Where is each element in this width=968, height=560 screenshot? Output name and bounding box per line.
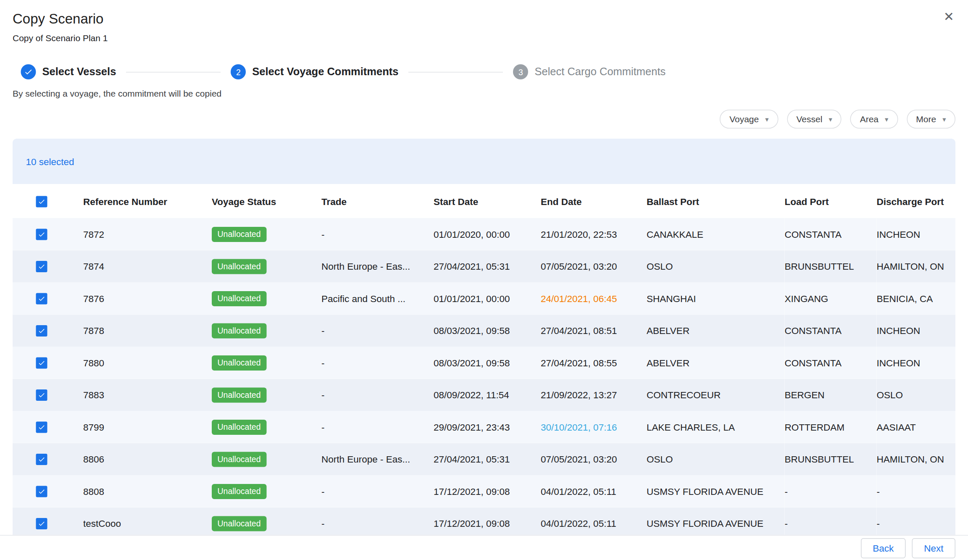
row-checkbox[interactable] xyxy=(36,325,47,337)
cell-load-port: BRUNSBUTTEL xyxy=(785,443,877,476)
cell-reference-number: 7876 xyxy=(83,282,212,315)
status-badge: Unallocated xyxy=(212,291,266,306)
filter-label: Voyage xyxy=(729,114,759,124)
table-row[interactable]: 7876 Unallocated Pacific and South ... 0… xyxy=(13,282,955,315)
copy-scenario-dialog: ✕ Copy Scenario Copy of Scenario Plan 1 … xyxy=(0,0,968,560)
row-checkbox[interactable] xyxy=(36,518,47,529)
cell-reference-number: 8799 xyxy=(83,411,212,443)
step-label: Select Voyage Commitments xyxy=(252,66,398,78)
cell-ballast-port: LAKE CHARLES, LA xyxy=(647,411,785,443)
step-label: Select Cargo Commitments xyxy=(534,66,666,78)
table-row[interactable]: 8799 Unallocated - 29/09/2021, 23:43 30/… xyxy=(13,411,955,443)
step-select-vessels[interactable]: Select Vessels xyxy=(21,64,116,79)
cell-voyage-status: Unallocated xyxy=(212,443,321,476)
filter-voyage[interactable]: Voyage ▾ xyxy=(720,110,778,129)
row-checkbox[interactable] xyxy=(36,358,47,369)
cell-reference-number: 7880 xyxy=(83,347,212,379)
cell-voyage-status: Unallocated xyxy=(212,347,321,379)
cell-start-date: 08/03/2021, 09:58 xyxy=(434,315,541,347)
table-row[interactable]: 7878 Unallocated - 08/03/2021, 09:58 27/… xyxy=(13,315,955,347)
cell-discharge-port: HAMILTON, ON xyxy=(877,443,956,476)
filter-bar: Voyage ▾ Vessel ▾ Area ▾ More ▾ xyxy=(13,110,955,129)
cell-reference-number: 7883 xyxy=(83,379,212,411)
cell-reference-number: 7872 xyxy=(83,218,212,250)
cell-reference-number: 8808 xyxy=(83,475,212,507)
table-row[interactable]: 8808 Unallocated - 17/12/2021, 09:08 04/… xyxy=(13,475,955,507)
cell-start-date: 08/09/2022, 11:54 xyxy=(434,379,541,411)
cell-start-date: 27/04/2021, 05:31 xyxy=(434,443,541,476)
row-checkbox[interactable] xyxy=(36,389,47,401)
column-header-discharge-port: Discharge Port xyxy=(877,184,956,218)
close-icon[interactable]: ✕ xyxy=(944,10,954,23)
cell-ballast-port: SHANGHAI xyxy=(647,282,785,315)
cell-load-port: - xyxy=(785,475,877,507)
row-checkbox[interactable] xyxy=(36,422,47,433)
chevron-down-icon: ▾ xyxy=(829,116,832,123)
cell-ballast-port: ABELVER xyxy=(647,347,785,379)
cell-discharge-port: AASIAAT xyxy=(877,411,956,443)
back-button[interactable]: Back xyxy=(861,538,906,558)
table-row[interactable]: 7880 Unallocated - 08/03/2021, 09:58 27/… xyxy=(13,347,955,379)
column-header-trade: Trade xyxy=(321,184,434,218)
filter-vessel[interactable]: Vessel ▾ xyxy=(787,110,842,129)
column-header-end-date: End Date xyxy=(541,184,647,218)
cell-load-port: CONSTANTA xyxy=(785,315,877,347)
table-row[interactable]: 7883 Unallocated - 08/09/2022, 11:54 21/… xyxy=(13,379,955,411)
cell-end-date: 07/05/2021, 03:20 xyxy=(541,443,647,476)
select-all-checkbox[interactable] xyxy=(36,196,47,207)
row-checkbox[interactable] xyxy=(36,261,47,272)
table-row[interactable]: 7872 Unallocated - 01/01/2020, 00:00 21/… xyxy=(13,218,955,250)
table-row[interactable]: 7874 Unallocated North Europe - Eas... 2… xyxy=(13,250,955,283)
cell-discharge-port: OSLO xyxy=(877,379,956,411)
next-button[interactable]: Next xyxy=(912,538,955,558)
cell-ballast-port: ABELVER xyxy=(647,315,785,347)
row-checkbox[interactable] xyxy=(36,293,47,305)
step-label: Select Vessels xyxy=(42,66,116,78)
selection-summary: 10 selected xyxy=(13,139,955,184)
cell-end-date: 07/05/2021, 03:20 xyxy=(541,250,647,283)
row-checkbox[interactable] xyxy=(36,229,47,240)
cell-end-date: 04/01/2022, 05:11 xyxy=(541,475,647,507)
cell-load-port: XINGANG xyxy=(785,282,877,315)
cell-ballast-port: USMSY FLORIDA AVENUE xyxy=(647,475,785,507)
cell-trade: - xyxy=(321,411,434,443)
cell-ballast-port: CONTRECOEUR xyxy=(647,379,785,411)
dialog-footer: Back Next xyxy=(0,535,968,560)
cell-discharge-port: HAMILTON, ON xyxy=(877,250,956,283)
column-header-voyage-status: Voyage Status xyxy=(212,184,321,218)
status-badge: Unallocated xyxy=(212,484,266,499)
row-checkbox[interactable] xyxy=(36,454,47,465)
filter-area[interactable]: Area ▾ xyxy=(850,110,898,129)
step-select-cargo-commitments[interactable]: 3 Select Cargo Commitments xyxy=(513,64,666,79)
step-number: 3 xyxy=(513,64,528,79)
cell-load-port: CONSTANTA xyxy=(785,218,877,250)
cell-ballast-port: USMSY FLORIDA AVENUE xyxy=(647,507,785,535)
cell-reference-number: 7878 xyxy=(83,315,212,347)
row-checkbox[interactable] xyxy=(36,486,47,497)
cell-voyage-status: Unallocated xyxy=(212,475,321,507)
step-select-voyage-commitments[interactable]: 2 Select Voyage Commitments xyxy=(231,64,398,79)
column-header-reference-number: Reference Number xyxy=(83,184,212,218)
cell-discharge-port: INCHEON xyxy=(877,218,956,250)
status-badge: Unallocated xyxy=(212,419,266,434)
table-row[interactable]: testCooo Unallocated - 17/12/2021, 09:08… xyxy=(13,507,955,535)
cell-start-date: 01/01/2021, 00:00 xyxy=(434,282,541,315)
chevron-down-icon: ▾ xyxy=(885,116,888,123)
filter-more[interactable]: More ▾ xyxy=(907,110,955,129)
cell-load-port: BERGEN xyxy=(785,379,877,411)
cell-ballast-port: OSLO xyxy=(647,250,785,283)
table-body: 7872 Unallocated - 01/01/2020, 00:00 21/… xyxy=(13,218,955,535)
dialog-header: Copy Scenario Copy of Scenario Plan 1 xyxy=(0,0,968,44)
chevron-down-icon: ▾ xyxy=(765,116,768,123)
cell-voyage-status: Unallocated xyxy=(212,315,321,347)
cell-discharge-port: - xyxy=(877,507,956,535)
cell-load-port: BRUNSBUTTEL xyxy=(785,250,877,283)
cell-discharge-port: INCHEON xyxy=(877,315,956,347)
cell-trade: - xyxy=(321,218,434,250)
status-badge: Unallocated xyxy=(212,226,266,242)
check-icon xyxy=(21,64,36,79)
status-badge: Unallocated xyxy=(212,516,266,531)
cell-end-date: 21/01/2020, 22:53 xyxy=(541,218,647,250)
cell-load-port: ROTTERDAM xyxy=(785,411,877,443)
table-row[interactable]: 8806 Unallocated North Europe - Eas... 2… xyxy=(13,443,955,476)
